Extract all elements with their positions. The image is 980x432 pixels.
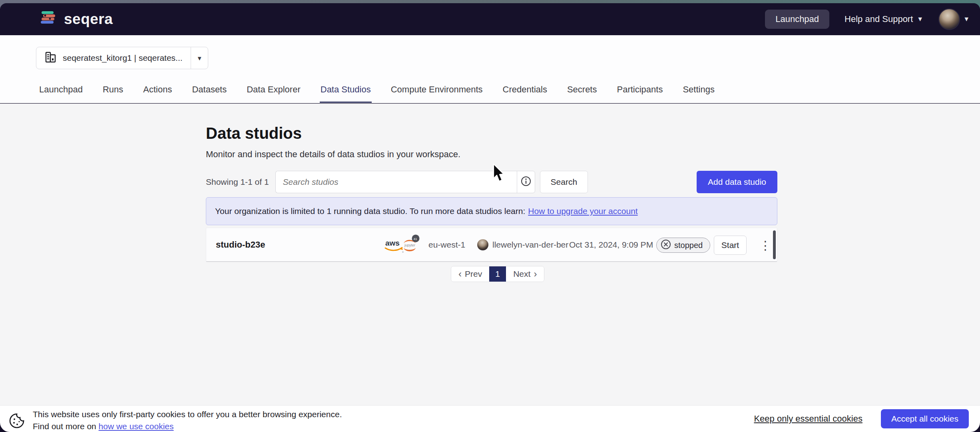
owner-avatar	[477, 228, 488, 261]
chevron-right-icon: ›	[534, 269, 537, 279]
brand-name: seqera	[64, 11, 113, 28]
seqera-logo-icon	[39, 9, 58, 29]
prev-page-button[interactable]: ‹ Prev	[451, 266, 489, 282]
cookie-more-info: Find out more on how we use cookies	[33, 422, 342, 431]
chevron-down-icon: ▼	[917, 16, 923, 23]
tab-actions[interactable]: Actions	[142, 84, 173, 103]
next-label: Next	[513, 269, 530, 279]
pagination: ‹ Prev 1 Next ›	[451, 266, 544, 282]
help-and-support-menu[interactable]: Help and Support ▼	[845, 14, 923, 24]
search-input[interactable]	[275, 171, 517, 193]
tab-credentials[interactable]: Credentials	[502, 84, 548, 103]
svg-text:41: 41	[414, 237, 417, 240]
stopped-icon	[661, 239, 671, 252]
avatar	[938, 8, 960, 30]
jupyter-icon: jupyter 41	[400, 228, 420, 261]
start-button[interactable]: Start	[714, 236, 747, 255]
chevron-down-icon: ▼	[197, 55, 203, 62]
studio-region: eu-west-1	[428, 228, 465, 261]
cookie-banner: This website uses only first-party cooki…	[0, 405, 980, 432]
studio-owner: llewelyn-van-der-ber	[492, 228, 568, 261]
search-button[interactable]: Search	[540, 171, 588, 193]
help-and-support-label: Help and Support	[845, 14, 913, 24]
workspace-selector-caret[interactable]: ▼	[191, 47, 208, 69]
workspace-header: seqeratest_kitorg1 | seqerates... ▼ Laun…	[0, 35, 980, 103]
user-menu[interactable]: ▼	[938, 8, 970, 30]
tab-settings[interactable]: Settings	[682, 84, 715, 103]
cookie-policy-link[interactable]: how we use cookies	[99, 422, 174, 431]
workspace-selector[interactable]: seqeratest_kitorg1 | seqerates... ▼	[36, 47, 208, 69]
tab-secrets[interactable]: Secrets	[566, 84, 598, 103]
studio-name[interactable]: studio-b23e	[216, 228, 265, 261]
page-number-current[interactable]: 1	[489, 266, 506, 282]
svg-text:aws: aws	[385, 239, 400, 247]
scrollbar-thumb[interactable]	[773, 230, 776, 259]
chevron-left-icon: ‹	[458, 269, 462, 279]
tab-data-explorer[interactable]: Data Explorer	[246, 84, 301, 103]
workspace-selector-label: seqeratest_kitorg1 | seqerates...	[63, 53, 183, 63]
chevron-down-icon: ▼	[963, 16, 970, 23]
workspace-tabs: Launchpad Runs Actions Datasets Data Exp…	[38, 84, 715, 103]
cookie-message: This website uses only first-party cooki…	[33, 410, 342, 419]
status-label: stopped	[674, 241, 703, 250]
search-group	[275, 171, 535, 193]
search-info-segment[interactable]	[517, 171, 535, 193]
launchpad-button[interactable]: Launchpad	[765, 10, 829, 29]
main-content: Data studios Monitor and inspect the det…	[0, 104, 980, 405]
svg-text:jupyter: jupyter	[404, 243, 415, 247]
accept-all-cookies-button[interactable]: Accept all cookies	[881, 409, 969, 428]
page-subtitle: Monitor and inspect the details of data …	[206, 149, 460, 160]
studio-created-date: Oct 31, 2024, 9:09 PM	[569, 228, 653, 261]
cookie-more-prefix: Find out more on	[33, 422, 99, 431]
top-navigation-bar: seqera Launchpad Help and Support ▼ ▼	[0, 3, 980, 35]
row-options-menu-icon[interactable]: ⋮	[759, 235, 772, 255]
tab-participants[interactable]: Participants	[616, 84, 663, 103]
tab-data-studios[interactable]: Data Studios	[320, 84, 372, 103]
cookie-icon	[9, 413, 25, 430]
studios-toolbar: Showing 1-1 of 1 Search Add data studio	[206, 171, 777, 193]
info-icon	[521, 176, 531, 188]
limit-banner-text: Your organization is limited to 1 runnin…	[215, 206, 525, 216]
studio-row: studio-b23e aws jupyter 41 eu-west-1	[206, 228, 777, 262]
limit-banner: Your organization is limited to 1 runnin…	[206, 197, 777, 225]
keep-essential-cookies-button[interactable]: Keep only essential cookies	[754, 414, 862, 424]
upgrade-account-link[interactable]: How to upgrade your account	[528, 206, 637, 216]
next-page-button[interactable]: Next ›	[506, 266, 544, 282]
tab-datasets[interactable]: Datasets	[191, 84, 227, 103]
seqera-logo[interactable]: seqera	[39, 9, 113, 29]
add-data-studio-button[interactable]: Add data studio	[697, 171, 777, 193]
results-count: Showing 1-1 of 1	[206, 177, 269, 187]
page-title: Data studios	[206, 124, 302, 142]
status-badge: stopped	[656, 238, 710, 253]
prev-label: Prev	[465, 269, 482, 279]
tab-launchpad[interactable]: Launchpad	[38, 84, 84, 103]
organization-icon	[44, 51, 57, 65]
tab-compute-environments[interactable]: Compute Environments	[390, 84, 484, 103]
tab-runs[interactable]: Runs	[102, 84, 124, 103]
